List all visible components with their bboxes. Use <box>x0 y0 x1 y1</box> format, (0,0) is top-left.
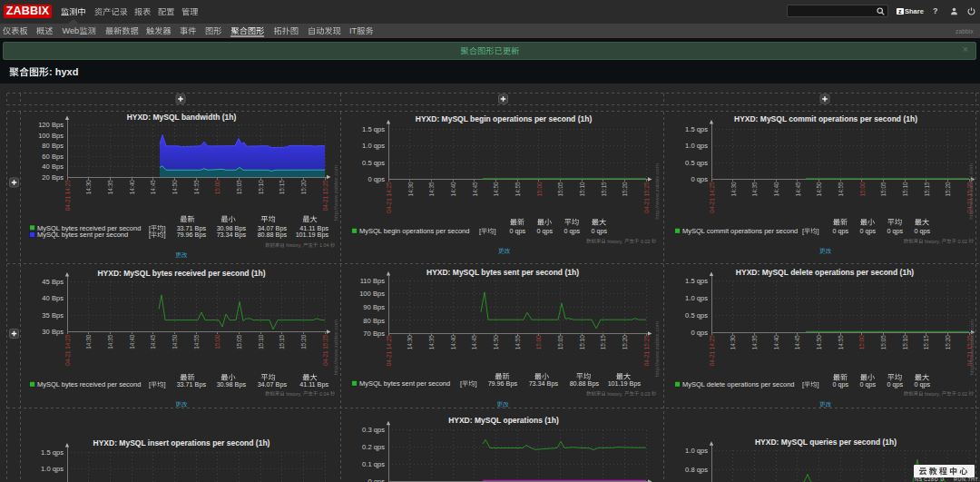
svg-text:0.1 qps: 0.1 qps <box>362 460 385 468</box>
svg-text:101.19 Bps: 101.19 Bps <box>608 379 642 388</box>
svg-text:100 Bps: 100 Bps <box>359 290 385 298</box>
svg-text:14:50: 14:50 <box>172 334 178 349</box>
svg-text:15:15: 15:15 <box>601 182 607 196</box>
svg-text:15:10: 15:10 <box>902 182 908 196</box>
svg-text:15:20: 15:20 <box>300 334 307 349</box>
svg-text:15:20: 15:20 <box>300 180 307 194</box>
svg-text:15:15: 15:15 <box>924 182 930 196</box>
svg-text:14:30: 14:30 <box>86 180 93 194</box>
svg-text:14:35: 14:35 <box>428 335 435 349</box>
svg-text:80 Bps: 80 Bps <box>42 142 64 150</box>
svg-text:15:00: 15:00 <box>859 182 866 196</box>
svg-text:HYXD: MySQL begin operations p: HYXD: MySQL begin operations per second … <box>416 114 593 123</box>
svg-text:MySQL commit operations per se: MySQL commit operations per second <box>682 227 798 235</box>
svg-text:14:45: 14:45 <box>472 182 478 196</box>
svg-text:1.0 qps: 1.0 qps <box>362 142 385 150</box>
svg-text:]: ] <box>475 379 476 388</box>
svg-text:15:10: 15:10 <box>258 180 264 194</box>
svg-text:IT: IT <box>349 26 358 35</box>
svg-text:0 qps: 0 qps <box>691 175 708 183</box>
svg-text:history,: history, <box>285 391 303 397</box>
svg-text:0.5 qps: 0.5 qps <box>362 159 385 167</box>
svg-text:history,: history, <box>285 242 303 248</box>
svg-text:15:15: 15:15 <box>279 334 286 349</box>
svg-text:15:20: 15:20 <box>622 182 628 196</box>
svg-text:80.88 Bps: 80.88 Bps <box>570 379 600 388</box>
svg-text:15:20: 15:20 <box>945 182 951 196</box>
svg-text:0 qps: 0 qps <box>368 477 385 482</box>
svg-text:http://www.zabbix.com: http://www.zabbix.com <box>332 165 338 221</box>
svg-text:15:10: 15:10 <box>579 335 585 349</box>
svg-text:0 qps: 0 qps <box>368 175 385 183</box>
svg-text:MySQL delete operations per se: MySQL delete operations per second <box>682 380 795 389</box>
svg-text:1.5 qps: 1.5 qps <box>685 277 708 285</box>
svg-text:1.04: 1.04 <box>318 242 330 248</box>
svg-text:60 Bps: 60 Bps <box>42 152 64 161</box>
svg-text:0 qps: 0 qps <box>536 227 553 235</box>
svg-text:73.34 Bps: 73.34 Bps <box>217 231 247 239</box>
svg-text:history,: history, <box>606 391 624 397</box>
svg-text:34.07 Bps: 34.07 Bps <box>258 380 288 389</box>
svg-text:HYXD: MySQL bytes sent per sec: HYXD: MySQL bytes sent per second (1h) <box>426 268 579 277</box>
svg-text:14:40: 14:40 <box>773 182 779 196</box>
svg-text:0.5 qps: 0.5 qps <box>685 159 708 167</box>
svg-text:HYXD: MySQL queries per second: HYXD: MySQL queries per second (1h) <box>755 438 897 447</box>
svg-text:14:45: 14:45 <box>151 334 157 349</box>
svg-text:101.19 Bps: 101.19 Bps <box>296 231 329 239</box>
svg-text:0 qps: 0 qps <box>859 227 876 235</box>
svg-text:80 Bps: 80 Bps <box>363 317 385 325</box>
svg-text:04-21 14:25: 04-21 14:25 <box>709 182 715 213</box>
svg-text:15:10: 15:10 <box>902 335 908 349</box>
svg-text:0 qps: 0 qps <box>564 227 580 235</box>
svg-text:14:30: 14:30 <box>407 182 414 196</box>
svg-text:0.04: 0.04 <box>318 391 330 397</box>
svg-text:15:05: 15:05 <box>236 334 242 349</box>
svg-text:14:55: 14:55 <box>193 180 200 194</box>
svg-text:0 qps: 0 qps <box>832 380 848 389</box>
svg-text:1.0 qps: 1.0 qps <box>685 142 708 150</box>
svg-text:15:15: 15:15 <box>601 335 607 349</box>
svg-text:15:00: 15:00 <box>859 335 866 349</box>
svg-text:33.71 Bps: 33.71 Bps <box>177 380 207 389</box>
svg-text:04-21 14:25: 04-21 14:25 <box>64 334 71 366</box>
svg-text:0.5 qps: 0.5 qps <box>685 311 708 320</box>
svg-text:40 Bps: 40 Bps <box>42 162 64 171</box>
svg-text:15:05: 15:05 <box>880 335 887 349</box>
svg-text:history,: history, <box>924 391 942 397</box>
svg-text:0.3 qps: 0.3 qps <box>362 426 385 434</box>
svg-text:14:55: 14:55 <box>514 335 521 349</box>
svg-text:80.88 Bps: 80.88 Bps <box>258 231 288 239</box>
svg-text:15:05: 15:05 <box>557 182 564 196</box>
svg-text:0.03: 0.03 <box>639 391 652 397</box>
svg-text:14:30: 14:30 <box>86 334 93 349</box>
svg-text:]: ] <box>817 227 818 235</box>
svg-text:15:10: 15:10 <box>579 182 585 196</box>
svg-text:100 Bps: 100 Bps <box>38 132 64 140</box>
svg-text:1.0 qps: 1.0 qps <box>685 294 708 302</box>
svg-text:73.34 Bps: 73.34 Bps <box>529 379 559 388</box>
svg-text:14:50: 14:50 <box>816 182 822 196</box>
svg-text:04-21 14:25: 04-21 14:25 <box>64 180 71 211</box>
svg-text:04-21 15:25: 04-21 15:25 <box>643 182 650 213</box>
svg-text:1.0 qps: 1.0 qps <box>41 465 64 473</box>
svg-text:14:50: 14:50 <box>816 335 822 349</box>
svg-text:14:55: 14:55 <box>838 182 844 196</box>
svg-text:0 qps: 0 qps <box>887 380 903 389</box>
svg-text:14:40: 14:40 <box>450 182 456 196</box>
svg-text:14:35: 14:35 <box>751 182 758 196</box>
svg-text:[: [ <box>149 380 151 389</box>
svg-text:14:40: 14:40 <box>129 180 135 194</box>
svg-text:04-21 15:25: 04-21 15:25 <box>322 180 328 211</box>
svg-text:40 Bps: 40 Bps <box>42 294 64 302</box>
svg-text:MySQL bytes received per secon: MySQL bytes received per second <box>37 380 141 389</box>
svg-text:04-21 14:25: 04-21 14:25 <box>709 335 715 367</box>
svg-text:0.02: 0.02 <box>956 391 969 397</box>
svg-text:14:50: 14:50 <box>493 335 499 349</box>
svg-text:MySQL bytes sent per second: MySQL bytes sent per second <box>359 379 450 388</box>
svg-text:[: [ <box>802 380 804 389</box>
svg-text:http://www.zabbix.com: http://www.zabbix.com <box>968 163 975 220</box>
svg-text:15:15: 15:15 <box>924 335 930 349</box>
svg-text:14:30: 14:30 <box>730 182 737 196</box>
svg-text:http://www.zabbix.com: http://www.zabbix.com <box>968 320 975 376</box>
svg-text:15:20: 15:20 <box>945 335 951 349</box>
